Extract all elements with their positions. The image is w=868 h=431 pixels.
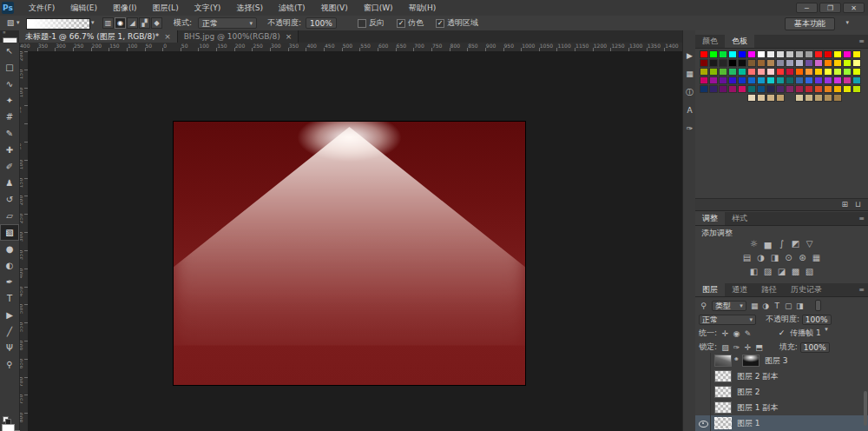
swatches-tab-色板[interactable]: 色板: [725, 35, 754, 48]
color-swatch[interactable]: [728, 68, 737, 76]
selective-color-icon[interactable]: ▩: [789, 266, 803, 278]
checkbox-反向[interactable]: 反向: [358, 16, 385, 30]
color-balance-icon[interactable]: ◑: [754, 252, 768, 264]
color-swatch[interactable]: [766, 59, 775, 67]
color-swatch[interactable]: [738, 85, 746, 93]
tool-preset-icon[interactable]: ▧: [4, 16, 16, 30]
color-swatch[interactable]: [766, 94, 775, 102]
zoom-tool[interactable]: ⚲: [0, 356, 19, 373]
color-swatch[interactable]: [747, 50, 756, 58]
color-swatch[interactable]: [747, 68, 756, 76]
color-swatch[interactable]: [776, 85, 785, 93]
color-swatch[interactable]: [843, 68, 852, 76]
color-swatch[interactable]: [728, 76, 737, 84]
color-swatch[interactable]: [843, 59, 852, 67]
layer-thumbnail[interactable]: [714, 386, 732, 398]
blend-mode-select[interactable]: 正常 ▾: [699, 315, 756, 325]
swatches-panel-menu-icon[interactable]: ≡: [858, 37, 865, 45]
color-swatch[interactable]: [833, 85, 842, 93]
mode-select[interactable]: 正常 ▾: [198, 17, 257, 29]
color-swatch[interactable]: [852, 50, 861, 58]
color-swatch[interactable]: [728, 85, 737, 93]
mask-link-icon[interactable]: ⚭: [733, 355, 740, 363]
levels-icon[interactable]: ▅: [761, 238, 775, 250]
layer-filter-type-select[interactable]: 类型 ▾: [712, 301, 746, 311]
color-swatch[interactable]: [843, 85, 852, 93]
clone-stamp-tool[interactable]: ♟: [0, 175, 19, 191]
color-swatch[interactable]: [786, 68, 794, 76]
crop-tool[interactable]: #: [0, 109, 19, 125]
layer-row[interactable]: 图层 2: [695, 384, 868, 401]
filter-pixel-layers-icon[interactable]: ▦: [749, 299, 760, 313]
color-swatch[interactable]: [719, 68, 727, 76]
fill-input[interactable]: 100% ▾: [800, 342, 830, 353]
filter-shape-layers-icon[interactable]: ▢: [783, 299, 794, 313]
color-swatch[interactable]: [833, 76, 842, 84]
color-swatch[interactable]: [766, 85, 775, 93]
menu-item-e[interactable]: 编辑(E): [62, 0, 105, 16]
color-swatch[interactable]: [814, 94, 823, 102]
filter-search-icon[interactable]: ⚲: [698, 299, 709, 313]
adjustments-panel-menu-icon[interactable]: ≡: [858, 215, 865, 222]
color-swatch[interactable]: [766, 68, 775, 76]
color-swatch[interactable]: [824, 85, 832, 93]
color-swatch[interactable]: [814, 68, 823, 76]
tool-preset-caret-icon[interactable]: ▾: [16, 16, 20, 30]
color-swatch[interactable]: [709, 50, 718, 58]
color-swatch[interactable]: [747, 85, 756, 93]
color-swatch[interactable]: [805, 76, 813, 84]
color-swatch[interactable]: [805, 94, 813, 102]
color-swatch[interactable]: [843, 76, 852, 84]
document-tab-2[interactable]: BHS.jpg @ 100%(RGB/8)×: [178, 30, 299, 43]
color-swatch[interactable]: [795, 68, 804, 76]
color-swatch[interactable]: [852, 68, 861, 76]
color-swatch[interactable]: [805, 68, 813, 76]
color-swatch[interactable]: [795, 94, 804, 102]
color-swatch[interactable]: [709, 68, 718, 76]
marquee-tool[interactable]: □: [0, 59, 19, 76]
layer-thumbnail[interactable]: [714, 370, 732, 382]
layer-opacity-input[interactable]: 100% ▾: [802, 315, 832, 325]
unify-visibility-icon[interactable]: ◉: [731, 327, 742, 341]
properties-icon[interactable]: ▦: [683, 64, 696, 83]
checkbox-box-icon[interactable]: [358, 19, 366, 28]
layer-row[interactable]: 图层 2 副本: [695, 368, 868, 385]
color-swatch[interactable]: [757, 59, 766, 67]
layers-tab-路径[interactable]: 路径: [754, 283, 784, 296]
color-swatch[interactable]: [776, 59, 785, 67]
color-swatch[interactable]: [786, 76, 794, 84]
menu-item-h[interactable]: 帮助(H): [401, 0, 444, 16]
document-tab-1[interactable]: 未标题-1 @ 66.7% (图层 1, RGB/8)*×: [19, 30, 178, 43]
color-swatch[interactable]: [766, 50, 775, 58]
radial-gradient-button[interactable]: ◉: [115, 17, 126, 29]
color-swatch[interactable]: [719, 76, 727, 84]
channel-mixer-icon[interactable]: ⊛: [796, 252, 810, 264]
filter-type-layers-icon[interactable]: T: [772, 299, 783, 313]
color-swatch[interactable]: [757, 50, 766, 58]
color-swatch[interactable]: [824, 50, 832, 58]
type-tool[interactable]: T: [0, 290, 19, 307]
brush-panel-icon[interactable]: ✑: [683, 119, 696, 138]
color-lookup-icon[interactable]: ▦: [810, 252, 824, 264]
color-swatch[interactable]: [805, 85, 813, 93]
hue-saturation-icon[interactable]: ▤: [740, 252, 754, 264]
layer-thumbnail[interactable]: [714, 417, 732, 429]
color-swatch[interactable]: [795, 59, 804, 67]
eyedropper-tool[interactable]: ✎: [0, 125, 19, 142]
layer-row[interactable]: 图层 1: [695, 415, 868, 431]
color-swatch[interactable]: [747, 94, 756, 102]
color-swatch[interactable]: [824, 94, 832, 102]
color-swatch[interactable]: [776, 50, 785, 58]
default-colors-icon[interactable]: [3, 416, 10, 423]
layer-thumbnail[interactable]: [714, 355, 732, 367]
color-swatch[interactable]: [824, 68, 832, 76]
foreground-color-swatch[interactable]: [2, 424, 15, 431]
eye-cell[interactable]: [695, 415, 711, 431]
opacity-input[interactable]: 100% ▾: [306, 17, 337, 29]
menu-item-v[interactable]: 视图(V): [312, 0, 355, 16]
quick-selection-tool[interactable]: ✦: [0, 92, 19, 109]
menu-item-l[interactable]: 图层(L): [145, 0, 187, 16]
color-swatch[interactable]: [805, 59, 813, 67]
tab-close-icon[interactable]: ×: [286, 32, 293, 41]
line-tool[interactable]: ╱: [0, 323, 19, 340]
